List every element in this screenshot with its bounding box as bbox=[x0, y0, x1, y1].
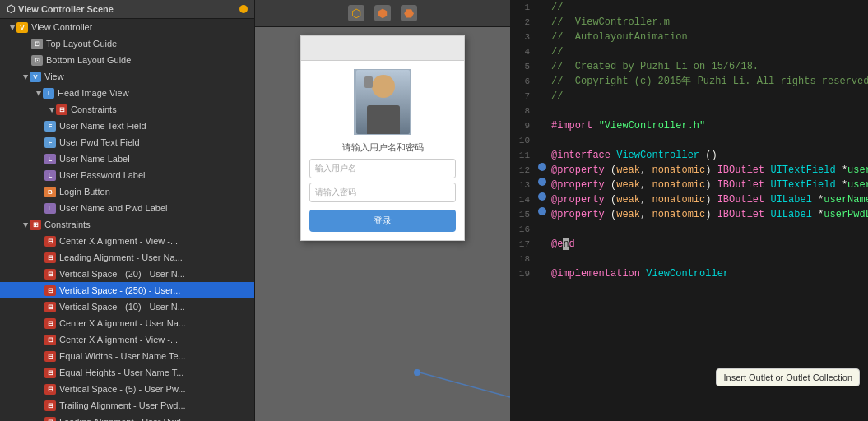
code-line-6: 6// Copyright (c) 2015年 Puzhi Li. All ri… bbox=[510, 74, 868, 89]
tree-label-vc: View Controller bbox=[31, 22, 92, 32]
phone-header bbox=[301, 36, 464, 61]
code-line-2: 2// ViewController.m bbox=[510, 15, 868, 30]
canvas-input-username[interactable]: 输入用户名 bbox=[309, 159, 456, 178]
line-number-3: 3 bbox=[510, 30, 536, 44]
code-text-9: #import "ViewController.h" bbox=[548, 118, 705, 133]
code-line-8: 8 bbox=[510, 104, 868, 118]
tree-label-head-image: Head Image View bbox=[58, 88, 129, 98]
line-number-14: 14 bbox=[510, 192, 536, 207]
tree-icon-top-layout: ⊡ bbox=[31, 39, 43, 49]
tree-icon-view: V bbox=[30, 72, 41, 82]
tree-icon-username-tf: F bbox=[44, 121, 56, 132]
tree-item-c5[interactable]: ⊟Vertical Space - (10) - User N... bbox=[0, 298, 254, 315]
tree-item-userpwd-tf[interactable]: FUser Pwd Text Field bbox=[0, 134, 254, 150]
code-text-11: @interface ViewController () bbox=[548, 148, 717, 163]
code-line-19: 19@implementation ViewController bbox=[510, 266, 868, 281]
line-number-15: 15 bbox=[510, 207, 536, 222]
line-dot-15 bbox=[536, 207, 548, 215]
code-text-4: // bbox=[548, 44, 563, 59]
line-number-12: 12 bbox=[510, 163, 536, 178]
tree-item-username-tf[interactable]: FUser Name Text Field bbox=[0, 118, 254, 134]
code-text-6: // Copyright (c) 2015年 Puzhi Li. All rig… bbox=[548, 74, 868, 89]
line-number-11: 11 bbox=[510, 148, 536, 163]
tree-item-c6[interactable]: ⊟Center X Alignment - User Na... bbox=[0, 315, 254, 331]
toolbar-icon-1[interactable]: ⬡ bbox=[348, 5, 364, 21]
tree-icon-c6: ⊟ bbox=[44, 318, 56, 329]
code-text-1: // bbox=[548, 0, 563, 15]
code-text-5: // Created by Puzhi Li on 15/6/18. bbox=[548, 59, 759, 74]
tree-item-head-image[interactable]: ▶IHead Image View bbox=[0, 85, 254, 101]
tree-icon-c5: ⊟ bbox=[44, 302, 56, 312]
code-editor-panel: 1//2// ViewController.m3// AutolayoutAni… bbox=[510, 0, 868, 421]
tree-item-vc[interactable]: ▶VView Controller bbox=[0, 19, 254, 35]
tree-item-bottom-layout[interactable]: ⊡Bottom Layout Guide bbox=[0, 52, 254, 68]
line-dot-13 bbox=[536, 178, 548, 186]
tree-label-username-pwd-lbl: User Name and Pwd Label bbox=[59, 203, 167, 213]
tree-item-c1[interactable]: ⊟Center X Alignment - View -... bbox=[0, 233, 254, 249]
breakpoint-dot-13 bbox=[538, 178, 546, 186]
tree-item-username-lbl[interactable]: LUser Name Label bbox=[0, 150, 254, 167]
toolbar-icon-2[interactable]: ⬢ bbox=[374, 5, 391, 21]
insert-outlet-tooltip: Insert Outlet or Outlet Collection bbox=[716, 368, 860, 386]
code-line-13: 13@property (weak, nonatomic) IBOutlet U… bbox=[510, 178, 868, 192]
tree-label-username-lbl: User Name Label bbox=[59, 154, 130, 164]
code-line-17: 17@end bbox=[510, 237, 868, 252]
tree-label-login-btn: Login Button bbox=[59, 187, 110, 197]
code-line-9: 9#import "ViewController.h" bbox=[510, 118, 868, 133]
breakpoint-dot-12 bbox=[538, 163, 546, 171]
tree-label-bottom-layout: Bottom Layout Guide bbox=[46, 55, 131, 65]
line-number-13: 13 bbox=[510, 178, 536, 192]
tree-item-c3[interactable]: ⊟Vertical Space - (20) - User N... bbox=[0, 266, 254, 282]
tree-item-c10[interactable]: ⊟Vertical Space - (5) - User Pw... bbox=[0, 381, 254, 397]
line-number-4: 4 bbox=[510, 44, 536, 59]
line-number-17: 17 bbox=[510, 237, 536, 252]
code-line-7: 7// bbox=[510, 89, 868, 104]
tree-label-view: View bbox=[44, 72, 64, 81]
toolbar-icon-3[interactable]: ⬣ bbox=[401, 5, 417, 21]
tree-item-c7[interactable]: ⊟Center X Alignment - View -... bbox=[0, 331, 254, 348]
tree-label-constraints-head: Constraints bbox=[71, 104, 117, 114]
line-dot-14 bbox=[536, 192, 548, 201]
tree-icon-head-image: I bbox=[43, 88, 54, 99]
code-text-13: @property (weak, nonatomic) IBOutlet UIT… bbox=[548, 178, 868, 192]
code-line-15: 15@property (weak, nonatomic) IBOutlet U… bbox=[510, 207, 868, 222]
canvas-input-password[interactable]: 请输入密码 bbox=[309, 183, 456, 202]
tree-label-c2: Leading Alignment - User Na... bbox=[59, 252, 183, 262]
tree-item-view[interactable]: ▶VView bbox=[0, 68, 254, 85]
tree-item-c8[interactable]: ⊟Equal Widths - User Name Te... bbox=[0, 348, 254, 364]
tree-label-c12: Leading Alignment - User Pwd... bbox=[59, 417, 188, 421]
line-number-1: 1 bbox=[510, 0, 536, 15]
canvas-login-btn[interactable]: 登录 bbox=[309, 210, 456, 232]
tree-item-constraints[interactable]: ▶⊞Constraints bbox=[0, 216, 254, 233]
tree-icon-constraints-head: ⊟ bbox=[56, 104, 67, 115]
tree-item-c2[interactable]: ⊟Leading Alignment - User Na... bbox=[0, 249, 254, 266]
tree-item-username-pwd-lbl[interactable]: LUser Name and Pwd Label bbox=[0, 200, 254, 216]
tree-item-userpwd-lbl[interactable]: LUser Password Label bbox=[0, 167, 254, 183]
tree-item-constraints-head[interactable]: ▶⊟Constraints bbox=[0, 101, 254, 118]
tree-icon-c11: ⊟ bbox=[44, 400, 56, 411]
tree-item-c4[interactable]: ⊟Vertical Space - (250) - User... bbox=[0, 282, 254, 298]
code-text-18 bbox=[548, 252, 557, 266]
tree-label-c5: Vertical Space - (10) - User N... bbox=[59, 302, 185, 312]
tree-label-top-layout: Top Layout Guide bbox=[46, 39, 117, 49]
yellow-dot bbox=[239, 5, 248, 13]
code-line-11: 11@interface ViewController () bbox=[510, 148, 868, 163]
tree-item-c11[interactable]: ⊟Trailing Alignment - User Pwd... bbox=[0, 397, 254, 414]
avatar bbox=[354, 69, 411, 135]
tree-label-userpwd-tf: User Pwd Text Field bbox=[59, 137, 140, 147]
tree-label-username-tf: User Name Text Field bbox=[59, 121, 146, 131]
file-tree-panel: ⬡ View Controller Scene ▶VView Controlle… bbox=[0, 0, 255, 421]
tree-item-top-layout[interactable]: ⊡Top Layout Guide bbox=[0, 35, 254, 52]
tree-icon-vc: V bbox=[16, 22, 28, 33]
phone-frame: 请输入用户名和密码 输入用户名 请输入密码 登录 bbox=[300, 35, 465, 241]
tree-icon-username-pwd-lbl: L bbox=[44, 203, 56, 214]
tree-icon-userpwd-lbl: L bbox=[44, 170, 56, 181]
tree-container: ▶VView Controller⊡Top Layout Guide⊡Botto… bbox=[0, 19, 254, 421]
tree-label-c6: Center X Alignment - User Na... bbox=[59, 318, 186, 328]
tree-icon-c3: ⊟ bbox=[44, 269, 56, 280]
tree-item-c12[interactable]: ⊟Leading Alignment - User Pwd... bbox=[0, 414, 254, 421]
line-number-6: 6 bbox=[510, 74, 536, 89]
tree-item-c9[interactable]: ⊟Equal Heights - User Name T... bbox=[0, 364, 254, 381]
code-line-18: 18 bbox=[510, 252, 868, 266]
tree-item-login-btn[interactable]: BLogin Button bbox=[0, 183, 254, 200]
